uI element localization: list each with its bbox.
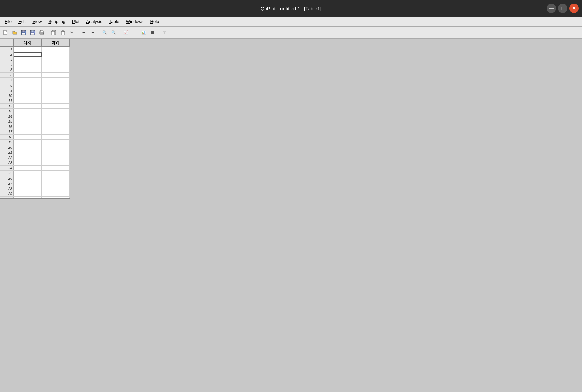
menu-item-windows[interactable]: Windows: [123, 18, 147, 25]
table-row[interactable]: 9: [0, 88, 70, 93]
cell-y[interactable]: [42, 176, 70, 181]
cell-x[interactable]: [14, 104, 42, 109]
cell-x[interactable]: [14, 83, 42, 88]
cell-y[interactable]: [42, 145, 70, 150]
cell-x[interactable]: [14, 52, 42, 57]
cell-x[interactable]: [14, 119, 42, 124]
table-row[interactable]: 3: [0, 57, 70, 62]
cell-y[interactable]: [42, 93, 70, 98]
cell-y[interactable]: [42, 197, 70, 199]
table-row[interactable]: 10: [0, 93, 70, 99]
cell-y[interactable]: [42, 150, 70, 155]
menu-item-view[interactable]: View: [29, 18, 45, 25]
table-row[interactable]: 20: [0, 145, 70, 150]
maximize-button[interactable]: □: [558, 4, 567, 13]
table-row[interactable]: 14: [0, 114, 70, 119]
cell-x[interactable]: [14, 181, 42, 186]
cell-x[interactable]: [14, 78, 42, 83]
cell-x[interactable]: [14, 160, 42, 165]
cell-y[interactable]: [42, 67, 70, 72]
cell-x[interactable]: [14, 197, 42, 199]
table-row[interactable]: 5: [0, 67, 70, 73]
cell-y[interactable]: [42, 129, 70, 134]
table-row[interactable]: 17: [0, 129, 70, 135]
cell-x[interactable]: [14, 73, 42, 78]
col-header-1[interactable]: 1[X]: [14, 39, 42, 46]
menu-item-scripting[interactable]: Scripting: [45, 18, 69, 25]
toolbar-plot-scatter[interactable]: ⋯: [130, 28, 139, 37]
table-row[interactable]: 22: [0, 155, 70, 161]
cell-x[interactable]: [14, 93, 42, 98]
table-row[interactable]: 4: [0, 62, 70, 68]
toolbar-zoom-in[interactable]: 🔍: [100, 28, 109, 37]
cell-y[interactable]: [42, 124, 70, 129]
cell-y[interactable]: [42, 83, 70, 88]
cell-y[interactable]: [42, 78, 70, 83]
cell-y[interactable]: [42, 88, 70, 93]
cell-x[interactable]: [14, 150, 42, 155]
cell-y[interactable]: [42, 191, 70, 196]
table-row[interactable]: 28: [0, 186, 70, 192]
toolbar-copy[interactable]: [49, 28, 58, 37]
cell-x[interactable]: [14, 145, 42, 150]
cell-x[interactable]: [14, 109, 42, 114]
toolbar-open[interactable]: [10, 28, 19, 37]
cell-x[interactable]: [14, 155, 42, 160]
toolbar-plot-bar[interactable]: 📊: [139, 28, 148, 37]
table-row[interactable]: 18: [0, 135, 70, 140]
cell-x[interactable]: [14, 124, 42, 129]
menu-item-analysis[interactable]: Analysis: [83, 18, 105, 25]
cell-x[interactable]: [14, 135, 42, 140]
table-row[interactable]: 1: [0, 47, 70, 52]
cell-y[interactable]: [42, 119, 70, 124]
table-row[interactable]: 26: [0, 176, 70, 181]
cell-x[interactable]: [14, 140, 42, 145]
cell-y[interactable]: [42, 73, 70, 78]
cell-x[interactable]: [14, 129, 42, 134]
toolbar-undo[interactable]: ↩: [79, 28, 88, 37]
cell-y[interactable]: [42, 171, 70, 176]
cell-x[interactable]: [14, 62, 42, 67]
toolbar-redo[interactable]: ↪: [88, 28, 97, 37]
table-row[interactable]: 19: [0, 140, 70, 145]
cell-y[interactable]: [42, 57, 70, 62]
cell-y[interactable]: [42, 52, 70, 57]
cell-x[interactable]: [14, 171, 42, 176]
cell-x[interactable]: [14, 114, 42, 119]
table-row[interactable]: 15: [0, 119, 70, 124]
table-row[interactable]: 21: [0, 150, 70, 155]
col-header-2[interactable]: 2[Y]: [42, 39, 70, 46]
cell-x[interactable]: [14, 47, 42, 52]
cell-x[interactable]: [14, 88, 42, 93]
cell-y[interactable]: [42, 47, 70, 52]
toolbar-save[interactable]: [19, 28, 28, 37]
cell-y[interactable]: [42, 140, 70, 145]
cell-y[interactable]: [42, 155, 70, 160]
cell-y[interactable]: [42, 160, 70, 165]
close-button[interactable]: ✕: [569, 4, 579, 13]
toolbar-cut[interactable]: ✂: [67, 28, 76, 37]
toolbar-zoom-out[interactable]: 🔍: [109, 28, 118, 37]
cell-y[interactable]: [42, 114, 70, 119]
cell-y[interactable]: [42, 181, 70, 186]
toolbar-sigma[interactable]: Σ: [160, 28, 169, 37]
menu-item-help[interactable]: Help: [147, 18, 163, 25]
table-row[interactable]: 30: [0, 197, 70, 199]
toolbar-paste[interactable]: [58, 28, 67, 37]
toolbar-print[interactable]: [37, 28, 46, 37]
cell-x[interactable]: [14, 176, 42, 181]
cell-y[interactable]: [42, 104, 70, 109]
table-row[interactable]: 24: [0, 166, 70, 171]
cell-x[interactable]: [14, 186, 42, 191]
table-row[interactable]: 16: [0, 124, 70, 130]
cell-y[interactable]: [42, 166, 70, 171]
table-row[interactable]: 27: [0, 181, 70, 186]
cell-y[interactable]: [42, 98, 70, 103]
toolbar-plot-area[interactable]: ▦: [148, 28, 157, 37]
minimize-button[interactable]: —: [547, 4, 556, 13]
menu-item-file[interactable]: File: [1, 18, 15, 25]
table-row[interactable]: 6: [0, 73, 70, 78]
table-row[interactable]: 2: [0, 52, 70, 57]
cell-y[interactable]: [42, 109, 70, 114]
menu-item-plot[interactable]: Plot: [69, 18, 83, 25]
